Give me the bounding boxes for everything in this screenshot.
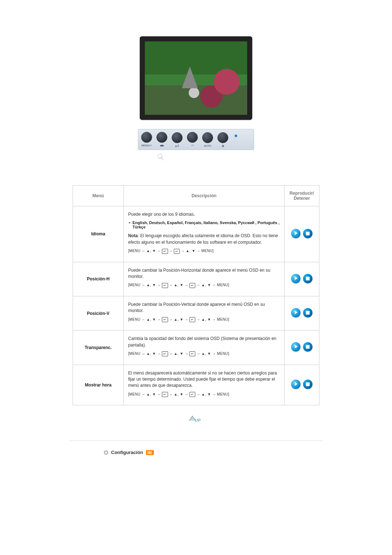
play-button[interactable] [291, 380, 301, 389]
section-title: Configuración [111, 450, 143, 455]
bullet-icon [104, 450, 108, 455]
row-menu-label: Posición-V [73, 296, 124, 330]
osd-options-table: Menú Descripción Reproducir/ Detener Idi… [73, 185, 319, 405]
panel-btn-auto [202, 132, 213, 143]
nav-sequence: [MENU → ▲, ▼ → ↵ → ▲, ▼ → ↵ → ▲, ▼ → MEN… [128, 283, 280, 288]
panel-btn-up [172, 132, 183, 143]
panel-lbl: ⏎ [191, 144, 193, 147]
play-button[interactable] [291, 274, 301, 283]
enter-key-icon: ↵ [162, 283, 168, 288]
th-play: Reproducir/ Detener [285, 186, 319, 206]
row-menu-label: Idioma [73, 206, 124, 262]
panel-lbl: MENU/⏎ [142, 144, 152, 147]
transp-desc: Cambia la opacidad del fondo del sistema… [128, 336, 280, 348]
table-row: Posición-V Puede cambiar la Posición-Ver… [73, 296, 319, 330]
enter-key-icon: ↵ [189, 392, 195, 397]
nota-text: : El lenguaje escogido afecta solamente … [128, 233, 278, 244]
idioma-languages: English, Deutsch, Español, Français, Ita… [132, 220, 280, 229]
mostrar-desc: El menú desaparecerá automáticamente si … [128, 370, 280, 389]
nota-label: Nota [128, 233, 138, 238]
power-led-icon [235, 135, 237, 137]
panel-lbl: ◀/▶ [160, 144, 164, 147]
enter-key-icon: ↵ [189, 317, 195, 322]
row-menu-label: Transparenc. [73, 331, 124, 365]
idioma-nota: Nota: El lenguaje escogido afecta solame… [128, 233, 280, 246]
th-desc: Descripción [124, 186, 285, 206]
up-label: UP [195, 418, 201, 422]
posv-desc: Puede cambiar la Posición-Vertical donde… [128, 301, 280, 314]
panel-lbl: ▲/⏐ [175, 145, 180, 147]
play-button[interactable] [291, 229, 301, 238]
play-button[interactable] [291, 308, 301, 317]
posh-desc: Puede cambiar la Posición-Horizontal don… [128, 267, 280, 280]
stop-button[interactable] [303, 342, 313, 352]
nav-sequence: [MENU → ▲, ▼ → ↵ → ↵ → ▲, ▼ → MENU] [128, 248, 280, 254]
stop-button[interactable] [303, 274, 313, 283]
table-row: Transparenc. Cambia la opacidad del fond… [73, 331, 319, 365]
hand-pointer-icon: ☟ [156, 151, 166, 164]
panel-btn-menu [141, 132, 152, 143]
nav-sequence: [MENU → ▲, ▼ → ↵ → ▲, ▼ → ↵ → ▲, ▼ → MEN… [128, 351, 280, 357]
nav-sequence: [MENU → ▲, ▼ → ↵ → ▲, ▼ → ↵ → ▲, ▼ → MEN… [128, 392, 280, 397]
stop-button[interactable] [303, 308, 313, 317]
monitor-screenshot [140, 36, 252, 120]
monitor-button-panel: MENU/⏎ ◀/▶ ▲/⏐ ⏎ AUTO ⏻ ☟ [138, 129, 254, 163]
enter-key-icon: ↵ [162, 392, 168, 397]
up-arrow-icon [189, 417, 195, 421]
idioma-line1: Puede elegir uno de los 9 idiomas. [128, 211, 280, 218]
panel-lbl: ⏻ [222, 145, 224, 147]
enter-key-icon: ↵ [162, 351, 168, 356]
panel-btn-enter [187, 132, 198, 143]
section-heading: Configuración [104, 450, 323, 455]
row-menu-label: Mostrar hora [73, 365, 124, 405]
enter-key-icon: ↵ [189, 283, 195, 288]
row-menu-label: Posición-H [73, 262, 124, 296]
setup-icon [146, 450, 154, 455]
enter-key-icon: ↵ [189, 351, 195, 356]
table-row: Mostrar hora El menú desaparecerá automá… [73, 365, 319, 405]
enter-key-icon: ↵ [162, 249, 168, 254]
stop-button[interactable] [303, 229, 313, 238]
table-row: Idioma Puede elegir uno de los 9 idiomas… [73, 206, 319, 262]
enter-key-icon: ↵ [162, 317, 168, 322]
panel-lbl: AUTO [204, 145, 211, 147]
section-divider [69, 441, 323, 441]
play-button[interactable] [291, 342, 301, 352]
table-row: Posición-H Puede cambiar la Posición-Hor… [73, 262, 319, 296]
stop-button[interactable] [303, 380, 313, 389]
panel-btn-power [217, 132, 228, 143]
enter-key-icon: ↵ [174, 249, 180, 254]
nav-sequence: [MENU → ▲, ▼ → ↵ → ▲, ▼ → ↵ → ▲, ▼ → MEN… [128, 317, 280, 323]
scroll-up-button[interactable]: UP [189, 416, 203, 425]
panel-btn-left-right [156, 132, 167, 143]
th-menu: Menú [73, 186, 124, 206]
